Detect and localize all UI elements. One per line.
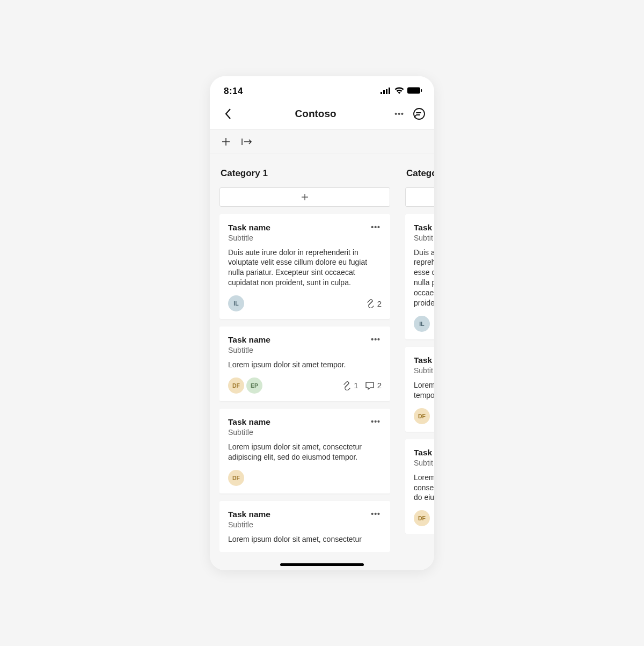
nav-bar: Contoso ••• [210, 102, 434, 130]
column-title: Category 1 [219, 166, 390, 187]
status-icons [380, 86, 422, 96]
svg-rect-2 [386, 89, 387, 94]
board-column: Category 1 Task name Subtitle ••• Du [219, 166, 390, 570]
task-subtitle: Subtitle [228, 234, 270, 242]
task-desc: Duis a reprehe esse c nulla p occaec pro… [414, 248, 434, 308]
add-card-button[interactable] [219, 187, 390, 207]
page-title: Contoso [238, 108, 393, 120]
board-column: Catego Task Subtit Duis a reprehe esse c… [405, 166, 434, 570]
column-title: Catego [405, 166, 434, 187]
expand-button[interactable] [241, 136, 253, 147]
paperclip-icon [342, 381, 351, 390]
task-subtitle: Subtit [414, 366, 434, 375]
task-card[interactable]: Task Subtit Lorem conse do eiu DF [405, 439, 434, 534]
task-desc: Lorem conse do eiu [414, 473, 434, 503]
attachments-count: 1 [342, 381, 358, 390]
task-title: Task name [228, 510, 270, 519]
task-desc: Lorem ipsum dolor sit amet, consectetur [228, 534, 382, 545]
add-card-button[interactable] [405, 187, 434, 207]
task-desc: Lorem ipsum dolor sit amet, consectetur … [228, 442, 382, 462]
svg-rect-3 [389, 88, 390, 94]
task-title: Task [414, 355, 434, 365]
task-subtitle: Subtitle [228, 520, 270, 529]
task-card[interactable]: Task name Subtitle ••• Duis aute irure d… [219, 214, 390, 320]
svg-rect-5 [421, 89, 422, 92]
task-desc: Duis aute irure dolor in reprehenderit i… [228, 248, 382, 288]
card-more-button[interactable]: ••• [370, 223, 382, 231]
phone-mockup: 8:14 Contoso ••• [210, 76, 434, 570]
wifi-icon [394, 86, 404, 96]
home-indicator [280, 563, 364, 566]
card-more-button[interactable]: ••• [370, 335, 382, 344]
avatar: DF [414, 408, 430, 424]
avatar: DF [228, 470, 244, 486]
comment-icon [365, 381, 375, 390]
avatar: IL [228, 295, 244, 311]
add-button[interactable] [221, 136, 231, 147]
task-subtitle: Subtitle [228, 428, 270, 437]
chat-button[interactable] [413, 107, 426, 120]
task-title: Task [414, 223, 434, 233]
task-title: Task name [228, 335, 270, 345]
comments-count: 2 [365, 381, 382, 390]
task-card[interactable]: Task Subtit Duis a reprehe esse c nulla … [405, 214, 434, 339]
status-bar: 8:14 [210, 76, 434, 102]
attachments-count: 2 [366, 299, 382, 308]
avatar: EP [246, 378, 262, 394]
battery-icon [407, 86, 422, 96]
task-subtitle: Subtit [414, 234, 434, 242]
plus-icon [301, 193, 309, 201]
card-more-button[interactable]: ••• [370, 510, 382, 518]
back-button[interactable] [218, 108, 238, 120]
task-subtitle: Subtit [414, 459, 434, 467]
avatar: IL [414, 316, 430, 332]
task-title: Task [414, 448, 434, 458]
card-more-button[interactable]: ••• [370, 417, 382, 426]
task-desc: Lorem ipsum dolor sit amet tempor. [228, 360, 382, 370]
task-card[interactable]: Task name Subtitle ••• Lorem ipsum dolor… [219, 326, 390, 401]
task-card[interactable]: Task Subtit Lorem tempo DF [405, 347, 434, 432]
svg-point-6 [414, 108, 425, 119]
task-title: Task name [228, 223, 270, 233]
task-desc: Lorem tempo [414, 380, 434, 401]
avatar: DF [414, 510, 430, 526]
task-title: Task name [228, 417, 270, 427]
paperclip-icon [366, 299, 375, 308]
task-card[interactable]: Task name Subtitle ••• Lorem ipsum dolor… [219, 409, 390, 493]
board[interactable]: Category 1 Task name Subtitle ••• Du [210, 154, 434, 570]
cellular-icon [380, 86, 391, 96]
status-time: 8:14 [224, 86, 243, 97]
task-subtitle: Subtitle [228, 346, 270, 354]
more-button[interactable]: ••• [393, 110, 405, 118]
avatar: DF [228, 378, 244, 394]
svg-rect-1 [383, 90, 385, 94]
task-card[interactable]: Task name Subtitle ••• Lorem ipsum dolor… [219, 501, 390, 552]
svg-rect-4 [407, 87, 420, 93]
toolbar [210, 130, 434, 154]
svg-rect-0 [380, 92, 382, 94]
